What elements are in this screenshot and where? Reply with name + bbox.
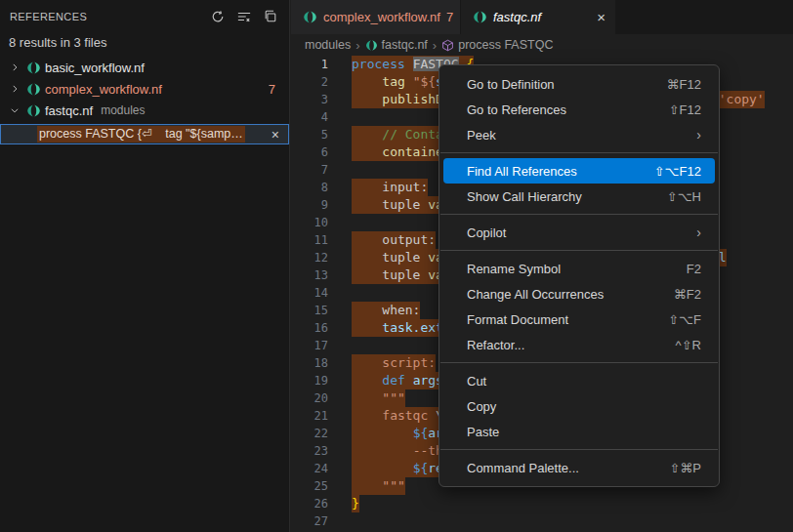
menu-item-label: Find All References <box>467 164 654 179</box>
menu-item-label: Command Palette... <box>467 461 669 475</box>
references-panel-header: REFERENCES <box>0 0 289 33</box>
line-number: 25 <box>291 477 328 495</box>
submenu-arrow-icon: › <box>696 225 701 240</box>
menu-item-shortcut: ⇧⌘P <box>669 461 701 475</box>
dismiss-result-icon[interactable]: × <box>271 128 279 142</box>
line-number: 10 <box>291 214 328 231</box>
breadcrumb-item-modules[interactable]: modules <box>305 38 351 52</box>
menu-item-label: Copy <box>467 399 701 414</box>
menu-item-label: Format Document <box>467 312 668 327</box>
menu-item-show-call-hierarchy[interactable]: Show Call Hierarchy⇧⌥H <box>443 184 715 209</box>
chevron-right-icon[interactable] <box>7 62 22 72</box>
menu-item-go-to-definition[interactable]: Go to Definition⌘F12 <box>443 71 715 97</box>
menu-item-refactor[interactable]: Refactor...^⇧R <box>443 332 715 357</box>
reference-snippet: process FASTQC {⏎ tag "${samp… <box>37 126 245 143</box>
line-number: 1 <box>291 56 328 73</box>
vscode-window: { "colors": { "kw": "#569cd6", "var": "#… <box>0 0 793 532</box>
tab-close-icon[interactable]: × <box>597 10 605 24</box>
line-content: } <box>352 495 359 512</box>
refresh-icon[interactable] <box>209 8 227 25</box>
menu-item-shortcut: ⌘F2 <box>674 287 701 302</box>
menu-item-label: Paste <box>467 425 701 439</box>
clear-all-icon[interactable] <box>235 8 253 25</box>
menu-item-label: Refactor... <box>467 338 676 352</box>
tab-complex-workflow[interactable]: complex_workflow.nf 7 <box>291 0 461 34</box>
chevron-right-icon[interactable] <box>7 84 22 94</box>
line-number: 2 <box>291 73 328 91</box>
results-summary: 8 results in 3 files <box>0 33 289 57</box>
line-number: 8 <box>291 179 328 196</box>
menu-item-shortcut: ⌘F12 <box>667 77 701 92</box>
line-content: output: <box>352 231 436 249</box>
line-content: fastqc \ <box>352 407 443 425</box>
menu-item-rename-symbol[interactable]: Rename SymbolF2 <box>443 256 715 281</box>
menu-separator <box>440 449 718 450</box>
line-number: 18 <box>291 354 328 372</box>
breadcrumb: modules › fastqc.nf › process FASTQC <box>291 34 793 56</box>
menu-item-label: Go to References <box>467 102 669 117</box>
symbol-cube-icon <box>441 39 454 52</box>
line-number: 26 <box>291 495 328 512</box>
file-result-row[interactable]: fastqc.nfmodules <box>0 100 289 121</box>
menu-item-label: Peek <box>467 128 696 143</box>
menu-item-label: Copilot <box>467 225 696 240</box>
tab-fastqc[interactable]: fastqc.nf × <box>461 0 615 34</box>
line-number: 16 <box>291 319 328 337</box>
breadcrumb-item-file[interactable]: fastqc.nf <box>365 38 428 52</box>
menu-item-copy[interactable]: Copy <box>443 393 715 419</box>
tab-label: fastqc.nf <box>493 10 541 24</box>
code-line[interactable]: 27 <box>291 512 793 530</box>
menu-item-command-palette[interactable]: Command Palette...⇧⌘P <box>443 455 715 480</box>
menu-item-shortcut: ⇧F12 <box>669 102 701 117</box>
file-result-row[interactable]: complex_workflow.nf7 <box>0 78 289 100</box>
file-name: fastqc.nf <box>45 103 93 118</box>
line-content: when: <box>352 302 420 319</box>
menu-item-change-all-occurrences[interactable]: Change All Occurrences⌘F2 <box>443 281 715 307</box>
menu-item-peek[interactable]: Peek› <box>443 122 715 147</box>
menu-item-label: Change All Occurrences <box>467 287 674 302</box>
file-result-row[interactable]: basic_workflow.nf <box>0 57 289 78</box>
menu-item-label: Rename Symbol <box>467 262 687 276</box>
line-number: 3 <box>291 91 328 108</box>
results-tree: basic_workflow.nfcomplex_workflow.nf7fas… <box>0 57 289 121</box>
menu-item-shortcut: ⇧⌥F <box>668 312 701 327</box>
line-number: 27 <box>291 512 328 530</box>
file-description: modules <box>101 103 145 117</box>
line-number: 24 <box>291 460 328 477</box>
menu-item-format-document[interactable]: Format Document⇧⌥F <box>443 307 715 332</box>
breadcrumb-separator: › <box>355 38 359 53</box>
menu-item-find-all-references[interactable]: Find All References⇧⌥F12 <box>443 158 715 184</box>
line-content: """ <box>352 389 405 407</box>
menu-separator <box>440 214 718 215</box>
menu-item-cut[interactable]: Cut <box>443 368 715 393</box>
line-number: 23 <box>291 442 328 460</box>
line-content: input: <box>352 179 428 196</box>
line-content: script: <box>352 354 436 372</box>
line-number: 9 <box>291 196 328 214</box>
nextflow-icon <box>303 10 317 24</box>
file-name: complex_workflow.nf <box>45 82 162 97</box>
breadcrumb-item-symbol[interactable]: process FASTQC <box>441 38 553 52</box>
menu-item-shortcut: ⇧⌥F12 <box>654 164 701 179</box>
nextflow-icon <box>26 61 41 75</box>
references-panel: REFERENCES 8 results in 3 files basic_wo… <box>0 0 290 532</box>
nextflow-icon <box>26 103 41 118</box>
menu-item-shortcut: ⇧⌥H <box>667 189 701 204</box>
chevron-down-icon[interactable] <box>7 105 22 115</box>
result-count-badge: 7 <box>269 82 275 97</box>
code-line[interactable]: 26} <box>291 495 793 512</box>
copy-results-icon[interactable] <box>262 8 279 25</box>
menu-item-go-to-references[interactable]: Go to References⇧F12 <box>443 97 715 122</box>
menu-item-paste[interactable]: Paste <box>443 419 715 444</box>
breadcrumb-separator: › <box>433 38 437 53</box>
line-number: 15 <box>291 302 328 319</box>
nextflow-icon <box>473 10 487 24</box>
reference-result-item[interactable]: process FASTQC {⏎ tag "${samp… × <box>0 124 289 144</box>
line-number: 22 <box>291 425 328 442</box>
nextflow-icon <box>26 82 41 97</box>
tab-badge: 7 <box>446 10 453 24</box>
line-number: 4 <box>291 108 328 126</box>
line-number: 11 <box>291 231 328 249</box>
line-number: 6 <box>291 143 328 161</box>
menu-item-copilot[interactable]: Copilot› <box>443 220 715 245</box>
